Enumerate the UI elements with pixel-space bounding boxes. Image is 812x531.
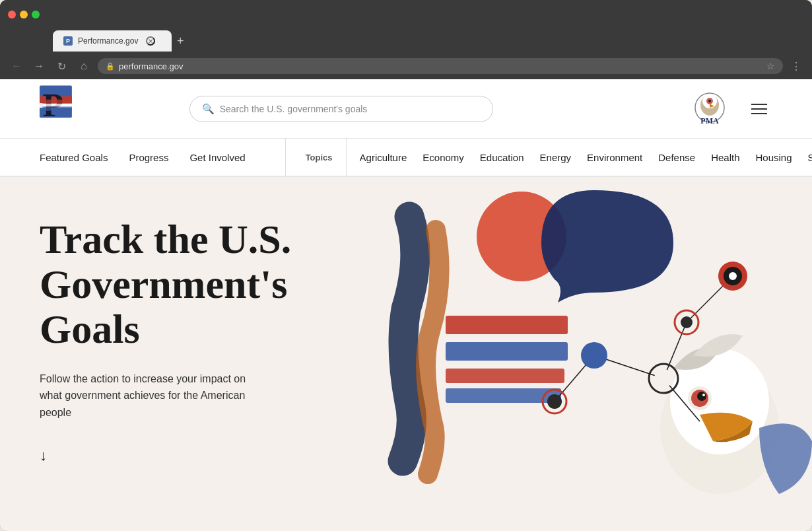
address-bar-row: ← → ↻ ⌂ 🔒 performance.gov ☆ ⋮	[0, 53, 812, 79]
hamburger-line-3	[751, 113, 767, 114]
tab-title: Performance.gov	[78, 36, 138, 46]
search-bar[interactable]: 🔍 Search the U.S. government's goals	[189, 96, 493, 122]
traffic-lights	[8, 11, 40, 18]
svg-rect-4	[42, 99, 71, 103]
header-right: PMA	[687, 89, 772, 129]
browser-window: P Performance.gov ✕ + ← → ↻ ⌂ 🔒 performa…	[0, 0, 812, 531]
topic-housing[interactable]: Housing	[756, 152, 792, 163]
hamburger-menu[interactable]	[746, 98, 772, 120]
hero-text: Track the U.S. Government's Goals Follow…	[40, 217, 330, 531]
svg-rect-5	[42, 104, 71, 106]
address-bar[interactable]: 🔒 performance.gov ☆	[98, 58, 783, 74]
topics-items: Agriculture Economy Education Energy Env…	[360, 152, 812, 163]
topic-environment[interactable]: Environment	[587, 152, 642, 163]
site-logo[interactable]: P	[40, 83, 92, 135]
svg-rect-15	[446, 369, 564, 383]
forward-button[interactable]: →	[30, 57, 48, 75]
tab-favicon: P	[63, 36, 73, 46]
lock-icon: 🔒	[106, 62, 115, 71]
hamburger-line-1	[751, 104, 767, 105]
topic-energy[interactable]: Energy	[540, 152, 572, 163]
logo-svg: P	[40, 83, 92, 135]
topic-safety[interactable]: Safety	[808, 152, 812, 163]
hero-title: Track the U.S. Government's Goals	[40, 217, 330, 352]
topic-defense[interactable]: Defense	[658, 152, 695, 163]
topic-health[interactable]: Health	[711, 152, 739, 163]
svg-text:PMA: PMA	[700, 116, 719, 125]
topic-economy[interactable]: Economy	[423, 152, 464, 163]
browser-menu-button[interactable]: ⋮	[788, 57, 804, 75]
tab-close-button[interactable]: ✕	[146, 36, 155, 46]
nav-topics: Topics Agriculture Economy Education Ene…	[286, 139, 812, 176]
url-text: performance.gov	[119, 61, 184, 71]
hero-illustration	[350, 177, 812, 501]
nav-featured-goals[interactable]: Featured Goals	[40, 152, 108, 163]
nav-progress[interactable]: Progress	[129, 152, 168, 163]
svg-point-11	[708, 100, 711, 102]
home-button[interactable]: ⌂	[75, 57, 92, 75]
pma-logo[interactable]: PMA	[687, 89, 733, 129]
hero-subtitle: Follow the action to increase your impac…	[40, 371, 251, 421]
close-button[interactable]	[8, 11, 16, 18]
tab-bar: P Performance.gov ✕ +	[0, 29, 812, 53]
reload-button[interactable]: ↻	[53, 57, 70, 75]
active-tab[interactable]: P Performance.gov ✕	[53, 30, 172, 52]
svg-rect-6	[42, 106, 71, 110]
svg-point-31	[581, 342, 607, 369]
svg-rect-13	[446, 316, 568, 334]
scroll-down-arrow[interactable]: ↓	[40, 447, 330, 464]
hero-section: Track the U.S. Government's Goals Follow…	[0, 177, 812, 531]
svg-point-23	[702, 394, 705, 396]
title-bar	[0, 0, 812, 29]
new-tab-button[interactable]: +	[172, 34, 189, 48]
svg-point-35	[681, 316, 693, 328]
svg-rect-14	[446, 342, 568, 361]
nav-main-links: Featured Goals Progress Get Involved	[0, 139, 286, 176]
maximize-button[interactable]	[32, 11, 40, 18]
svg-point-38	[729, 272, 737, 280]
topic-education[interactable]: Education	[480, 152, 524, 163]
bookmark-icon: ☆	[766, 61, 775, 71]
hamburger-line-2	[751, 108, 767, 110]
back-button[interactable]: ←	[8, 57, 25, 75]
search-placeholder: Search the U.S. government's goals	[220, 104, 368, 114]
svg-point-22	[697, 392, 706, 401]
topics-label: Topics	[306, 139, 347, 176]
site-content: P 🔍 Search the U.S. government's goals	[0, 79, 812, 531]
svg-point-30	[547, 394, 562, 409]
nav-get-involved[interactable]: Get Involved	[189, 152, 245, 163]
search-icon: 🔍	[202, 103, 215, 115]
minimize-button[interactable]	[20, 11, 28, 18]
topic-agriculture[interactable]: Agriculture	[360, 152, 407, 163]
pma-logo-svg: PMA	[687, 89, 733, 129]
site-nav: Featured Goals Progress Get Involved Top…	[0, 139, 812, 177]
svg-point-33	[654, 369, 673, 388]
site-header: P 🔍 Search the U.S. government's goals	[0, 79, 812, 139]
